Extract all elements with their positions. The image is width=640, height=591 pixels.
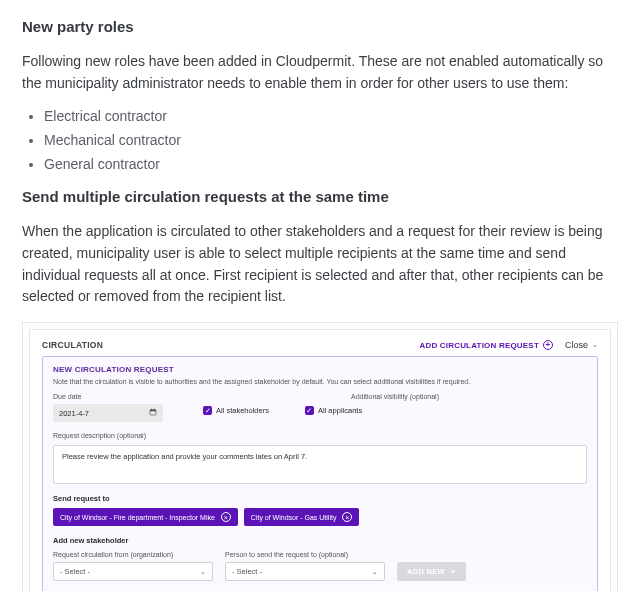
description-label: Request description (optional) bbox=[53, 432, 587, 439]
section-body-circulation: When the application is circulated to ot… bbox=[22, 221, 618, 308]
chevron-down-icon: ⌄ bbox=[200, 568, 206, 576]
section-intro-roles: Following new roles have been added in C… bbox=[22, 51, 618, 94]
plus-icon: + bbox=[543, 340, 553, 350]
person-select[interactable]: - Select - ⌄ bbox=[225, 562, 385, 581]
svg-rect-3 bbox=[154, 409, 155, 411]
checkbox-all-applicants[interactable]: ✓ All applicants bbox=[305, 406, 362, 415]
due-date-group: Due date 2021-4-7 bbox=[53, 393, 163, 422]
description-value: Please review the application and provid… bbox=[62, 452, 307, 461]
checkbox-label: All stakeholders bbox=[216, 406, 269, 415]
add-circulation-request-link[interactable]: ADD CIRCULATION REQUEST + bbox=[419, 340, 553, 350]
close-toggle[interactable]: Close ⌄ bbox=[565, 340, 598, 350]
add-new-button[interactable]: ADD NEW + bbox=[397, 562, 466, 581]
remove-icon[interactable]: × bbox=[221, 512, 231, 522]
recipient-chips: City of Windsor - Fire department - Insp… bbox=[53, 508, 587, 526]
checkmark-icon: ✓ bbox=[203, 406, 212, 415]
circulation-panel: CIRCULATION ADD CIRCULATION REQUEST + Cl… bbox=[29, 329, 611, 591]
visibility-label: Additional visibility (optional) bbox=[203, 393, 587, 400]
list-item: General contractor bbox=[44, 156, 618, 172]
calendar-icon bbox=[149, 408, 157, 418]
list-item: Electrical contractor bbox=[44, 108, 618, 124]
circulation-header: CIRCULATION ADD CIRCULATION REQUEST + Cl… bbox=[42, 340, 598, 350]
chevron-down-icon: ⌄ bbox=[372, 568, 378, 576]
list-item: Mechanical contractor bbox=[44, 132, 618, 148]
recipient-chip[interactable]: City of Windsor - Gas Utility × bbox=[244, 508, 360, 526]
recipient-chip[interactable]: City of Windsor - Fire department - Insp… bbox=[53, 508, 238, 526]
roles-list: Electrical contractor Mechanical contrac… bbox=[22, 108, 618, 172]
due-date-input[interactable]: 2021-4-7 bbox=[53, 404, 163, 422]
request-box-note: Note that the circulation is visible to … bbox=[53, 378, 587, 385]
circulation-title: CIRCULATION bbox=[42, 340, 103, 350]
chevron-down-icon: ⌄ bbox=[592, 341, 598, 349]
organization-label: Request circulation from (organization) bbox=[53, 551, 213, 558]
due-date-label: Due date bbox=[53, 393, 163, 400]
person-label: Person to send the request to (optional) bbox=[225, 551, 385, 558]
screenshot-frame: CIRCULATION ADD CIRCULATION REQUEST + Cl… bbox=[22, 322, 618, 591]
new-circulation-request-box: NEW CIRCULATION REQUEST Note that the ci… bbox=[42, 356, 598, 591]
organization-select[interactable]: - Select - ⌄ bbox=[53, 562, 213, 581]
select-value: - Select - bbox=[60, 567, 90, 576]
section-title-circulation: Send multiple circulation requests at th… bbox=[22, 188, 618, 205]
add-circulation-request-label: ADD CIRCULATION REQUEST bbox=[419, 341, 539, 350]
checkmark-icon: ✓ bbox=[305, 406, 314, 415]
description-textarea[interactable]: Please review the application and provid… bbox=[53, 445, 587, 484]
person-select-group: Person to send the request to (optional)… bbox=[225, 551, 385, 581]
checkbox-all-stakeholders[interactable]: ✓ All stakeholders bbox=[203, 406, 269, 415]
svg-rect-1 bbox=[150, 410, 156, 412]
add-stakeholder-label: Add new stakeholder bbox=[53, 536, 587, 545]
visibility-group: Additional visibility (optional) ✓ All s… bbox=[203, 393, 587, 422]
chip-label: City of Windsor - Gas Utility bbox=[251, 514, 337, 521]
chip-label: City of Windsor - Fire department - Insp… bbox=[60, 514, 215, 521]
svg-rect-2 bbox=[151, 409, 152, 411]
select-value: - Select - bbox=[232, 567, 262, 576]
add-new-label: ADD NEW bbox=[407, 567, 445, 576]
request-box-title: NEW CIRCULATION REQUEST bbox=[53, 365, 587, 374]
section-title-roles: New party roles bbox=[22, 18, 618, 35]
checkbox-label: All applicants bbox=[318, 406, 362, 415]
organization-select-group: Request circulation from (organization) … bbox=[53, 551, 213, 581]
plus-icon: + bbox=[451, 567, 456, 576]
close-label: Close bbox=[565, 340, 588, 350]
send-request-to-label: Send request to bbox=[53, 494, 587, 503]
due-date-value: 2021-4-7 bbox=[59, 409, 89, 418]
remove-icon[interactable]: × bbox=[342, 512, 352, 522]
